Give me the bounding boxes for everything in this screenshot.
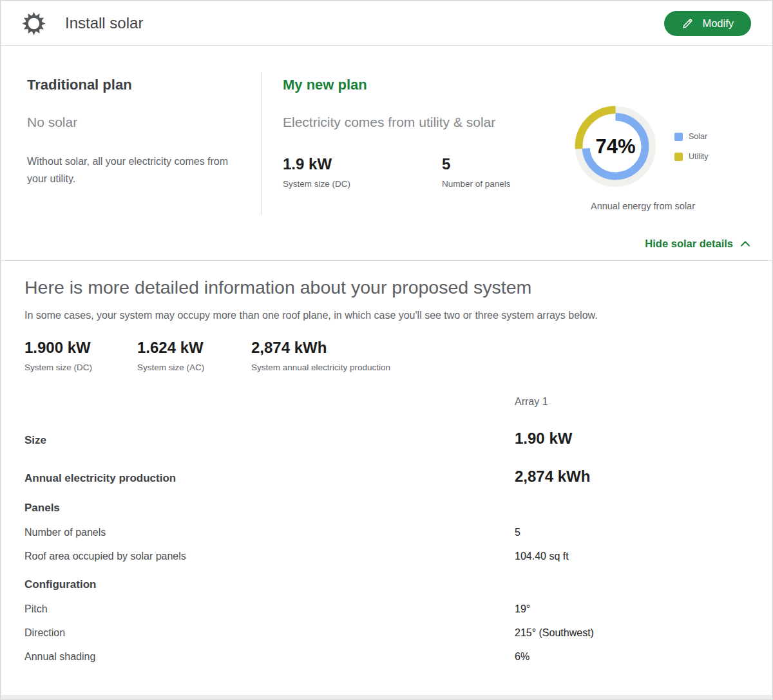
legend-label: Solar [689,132,707,141]
row-label: Number of panels [24,527,515,538]
legend-label: Utility [689,152,709,161]
table-row-direction: Direction 215° (Southwest) [24,627,749,639]
page-title: Install solar [65,14,143,32]
table-section-panels: Panels [24,502,749,515]
stat-value: 1.624 kW [137,339,251,357]
donut-caption: Annual energy from solar [568,201,718,211]
stat-label: System size (AC) [137,363,251,372]
donut-chart: 74% [568,99,663,194]
stat-number-of-panels: 5 Number of panels [442,155,511,189]
details-stats-row: 1.900 kW System size (DC) 1.624 kW Syste… [24,339,749,372]
section-label: Panels [24,502,515,515]
table-row-roof-area: Roof area occupied by solar panels 104.4… [24,551,749,562]
donut-legend: Solar Utility [674,132,709,161]
new-plan-stats: 1.9 kW System size (DC) 5 Number of pane… [283,155,553,189]
modify-button[interactable]: Modify [664,11,751,36]
install-solar-card: Install solar Modify Traditional plan No… [1,1,772,695]
row-value: 2,874 kWh [515,468,590,486]
traditional-plan-title: Traditional plan [27,77,246,93]
stat-label: System annual electricity production [251,363,390,372]
system-details-section: Here is more detailed information about … [1,260,772,663]
stat-system-size-dc: 1.9 kW System size (DC) [283,155,442,189]
row-label: Pitch [24,603,515,615]
sun-icon [22,12,46,35]
array-details-table: Array 1 Size 1.90 kW Annual electricity … [24,396,749,663]
array-column-header: Array 1 [24,396,749,408]
row-value: 6% [515,651,530,663]
row-value: 5 [515,527,520,538]
modify-button-label: Modify [702,17,734,30]
solar-swatch-icon [674,133,683,141]
vertical-divider [261,72,262,215]
legend-item-solar: Solar [674,132,709,141]
table-row-number-of-panels: Number of panels 5 [24,527,749,538]
details-heading: Here is more detailed information about … [24,277,749,298]
stat-label: System size (DC) [24,363,137,372]
row-label: Annual shading [24,651,515,663]
table-row-annual-shading: Annual shading 6% [24,651,749,663]
table-row-annual-production: Annual electricity production 2,874 kWh [24,468,749,486]
details-subheading: In some cases, your system may occupy mo… [24,310,749,321]
traditional-plan-description: Without solar, all your electricity come… [27,153,246,188]
row-label: Size [24,434,515,447]
stat-label: Number of panels [442,179,511,189]
new-plan-title: My new plan [283,77,553,93]
plan-comparison-section: Traditional plan No solar Without solar,… [1,46,772,260]
new-plan-subtitle: Electricity comes from utility & solar [283,115,553,130]
traditional-plan-subtitle: No solar [27,115,246,130]
row-label: Annual electricity production [24,472,515,485]
table-row-pitch: Pitch 19° [24,603,749,615]
utility-swatch-icon [674,153,683,161]
hide-solar-details-label: Hide solar details [645,238,733,250]
stat-value: 1.900 kW [24,339,137,357]
stat-label: System size (DC) [283,179,442,189]
hide-solar-details-link[interactable]: Hide solar details [645,238,750,250]
chevron-up-icon [740,240,750,247]
row-value: 104.40 sq ft [515,551,569,562]
section-label: Configuration [24,578,515,591]
row-value: 19° [515,603,530,615]
row-label: Roof area occupied by solar panels [24,551,515,562]
stat-value: 5 [442,155,511,173]
row-label: Direction [24,627,515,639]
stat-annual-production: 2,874 kWh System annual electricity prod… [251,339,390,372]
page-frame: Install solar Modify Traditional plan No… [0,0,773,700]
stat-value: 1.9 kW [283,155,442,173]
legend-item-utility: Utility [674,152,709,161]
new-plan-column: My new plan Electricity comes from utili… [283,46,553,189]
table-row-size: Size 1.90 kW [24,430,749,448]
solar-energy-donut-chart: 74% Solar Utility Annual energy from sol [568,99,727,211]
stat-system-size-ac: 1.624 kW System size (AC) [137,339,251,372]
traditional-plan-column: Traditional plan No solar Without solar,… [27,46,246,188]
donut-percent-label: 74% [568,99,663,194]
stat-system-size-dc: 1.900 kW System size (DC) [24,339,137,372]
row-value: 215° (Southwest) [515,627,594,639]
row-value: 1.90 kW [515,430,572,448]
table-section-configuration: Configuration [24,578,749,591]
header: Install solar Modify [1,1,772,46]
stat-value: 2,874 kWh [251,339,390,357]
pencil-icon [682,17,694,30]
